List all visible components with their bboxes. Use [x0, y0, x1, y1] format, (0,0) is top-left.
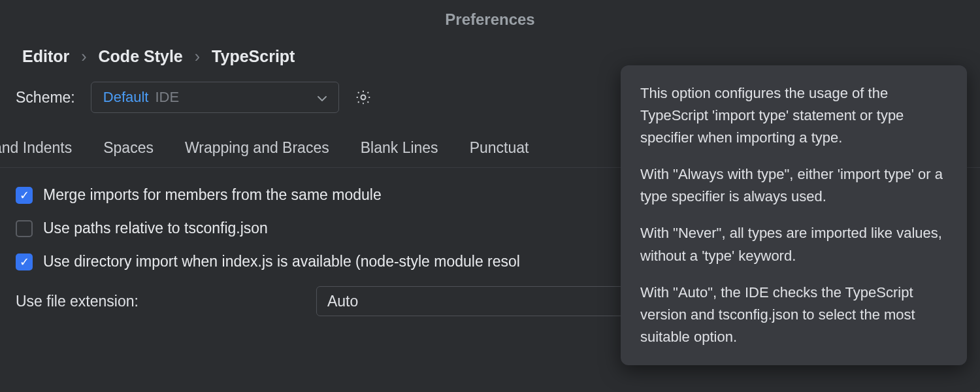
breadcrumb-code-style[interactable]: Code Style — [99, 47, 183, 66]
tooltip-p1: This option configures the usage of the … — [640, 82, 947, 149]
breadcrumb-editor[interactable]: Editor — [22, 47, 69, 66]
chevron-down-icon — [318, 89, 327, 106]
tab-blank-lines[interactable]: Blank Lines — [361, 139, 438, 167]
checkbox-checked-icon[interactable]: ✓ — [16, 253, 33, 270]
window-title: Preferences — [0, 0, 980, 47]
svg-point-0 — [361, 95, 365, 100]
scheme-scope: IDE — [155, 89, 179, 106]
option-relative-paths-label: Use paths relative to tsconfig.json — [43, 220, 268, 237]
checkbox-checked-icon[interactable]: ✓ — [16, 187, 33, 204]
scheme-select[interactable]: Default IDE — [91, 82, 339, 113]
breadcrumb-typescript: TypeScript — [212, 47, 295, 66]
tooltip-p4: With "Auto", the IDE checks the TypeScri… — [640, 282, 947, 348]
file-extension-label: Use file extension: — [16, 293, 139, 310]
tab-wrapping-and-braces[interactable]: Wrapping and Braces — [185, 139, 329, 167]
chevron-right-icon: › — [195, 47, 200, 66]
scheme-name: Default — [103, 89, 149, 106]
option-directory-import-label: Use directory import when index.js is av… — [43, 253, 520, 270]
help-tooltip: This option configures the usage of the … — [621, 65, 967, 365]
option-merge-imports-label: Merge imports for members from the same … — [43, 186, 382, 204]
checkbox-unchecked-icon[interactable] — [16, 220, 33, 237]
tab-spaces[interactable]: Spaces — [103, 139, 154, 167]
tab-punctuation[interactable]: Punctuat — [470, 139, 529, 167]
gear-icon[interactable] — [355, 89, 372, 106]
tooltip-p2: With "Always with type", either 'import … — [640, 163, 947, 208]
tooltip-p3: With "Never", all types are imported lik… — [640, 222, 947, 267]
tab-tabs-and-indents[interactable]: and Indents — [0, 139, 72, 167]
file-extension-value: Auto — [327, 293, 358, 310]
scheme-label: Scheme: — [16, 89, 75, 106]
file-extension-select[interactable]: Auto — [316, 286, 643, 316]
chevron-right-icon: › — [81, 47, 86, 66]
